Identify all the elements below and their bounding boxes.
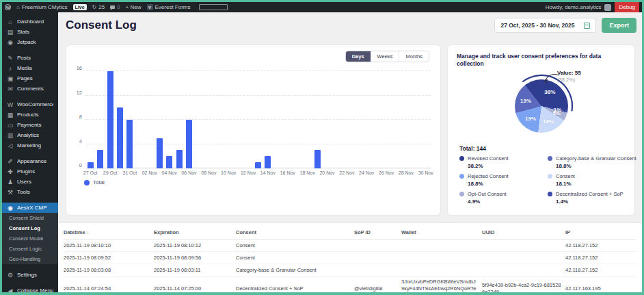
sidebar-item-consent-shield[interactable]: Consent Shield: [2, 213, 58, 223]
pie-legend: Revoked Consent38.2%Rejected Consent18.8…: [459, 155, 629, 209]
legend-entry-rejected-consent[interactable]: Rejected Consent18.8%: [459, 173, 548, 187]
sidebar-item-label: AesirX CMP: [17, 205, 47, 211]
toggle-months[interactable]: Months: [399, 51, 429, 62]
sidebar-item-appearance[interactable]: ✐Appearance: [2, 156, 58, 166]
column-header-sop-id[interactable]: SoP ID: [354, 227, 401, 238]
bar-04-nov[interactable]: [166, 156, 172, 168]
sidebar-item-label: Products: [17, 112, 39, 118]
y-axis-tick: 12: [77, 89, 82, 95]
toggle-weeks[interactable]: Weeks: [371, 51, 399, 62]
bar-28-oct[interactable]: [97, 150, 103, 168]
bar-14-nov[interactable]: [265, 156, 271, 168]
analytics-icon: ▥: [7, 132, 14, 139]
sidebar-item-label: Pages: [17, 75, 33, 81]
x-axis-tick: 27 Oct: [83, 170, 98, 175]
sidebar-item-woocommerce[interactable]: WWooCommerce: [2, 99, 58, 110]
sidebar-item-payments[interactable]: ▭Payments: [2, 120, 58, 130]
legend-entry-category-base-granular-consent[interactable]: Category-base & Granular Consent18.8%: [548, 155, 636, 169]
adminbar-search-input[interactable]: [199, 4, 228, 10]
howdy-label[interactable]: Howdy, demo.analytics: [546, 4, 602, 10]
sidebar-item-label: Media: [17, 65, 32, 71]
legend-entry-consent[interactable]: Consent18.1%: [548, 173, 636, 187]
column-header-expiration[interactable]: Expiration: [154, 227, 236, 238]
x-axis-tick: 06 Nov: [181, 170, 196, 175]
y-axis-tick: 8: [79, 114, 82, 120]
user-avatar[interactable]: [604, 4, 611, 11]
bar-13-nov[interactable]: [255, 162, 261, 168]
column-header-wallet[interactable]: Wallet: [401, 227, 482, 238]
pie-slice-label-category-base-granular-consent: 19%: [520, 98, 531, 104]
pie-card-title: Manage and track user consent preference…: [457, 53, 628, 67]
x-axis-tick: 02 Nov: [142, 170, 157, 175]
updates-link[interactable]: ↻ 25: [92, 4, 105, 10]
bar-05-nov[interactable]: [176, 150, 183, 168]
comments-link[interactable]: 0: [110, 4, 120, 10]
legend-entry-opt-out-consent[interactable]: Opt-Out Consent4.9%: [459, 191, 548, 205]
everest-forms-icon: V: [147, 4, 153, 10]
legend-dot: [459, 156, 464, 161]
legend-name: Consent: [556, 173, 575, 179]
sidebar-item-plugins[interactable]: ✚Plugins: [2, 166, 58, 177]
cell-datetime: 2025-11-14 07:24:54: [64, 283, 154, 294]
cell-ip: 42.117.163.195: [565, 283, 636, 294]
sidebar-item-products[interactable]: ▦Products: [2, 110, 58, 120]
main-content: Consent Log 27 Oct, 2025 - 30 Nov, 2025 …: [58, 12, 642, 292]
wordpress-logo-icon: W: [5, 4, 11, 10]
date-range-picker[interactable]: 27 Oct, 2025 - 30 Nov, 2025: [494, 18, 596, 33]
table-row: 2025-11-19 08:09:522025-11-19 08:09:56Co…: [64, 252, 636, 264]
x-axis-tick: 26 Nov: [379, 170, 394, 175]
sidebar-item-jetpack[interactable]: ◉Jetpack: [2, 37, 58, 47]
column-header-uuid[interactable]: UUID: [482, 227, 565, 238]
column-header-ip[interactable]: IP: [565, 227, 636, 238]
column-header-datetime[interactable]: Datetime↓: [64, 227, 154, 238]
sidebar-item-geo-handling[interactable]: Geo-Handling: [2, 254, 58, 264]
bar-29-oct[interactable]: [107, 71, 113, 168]
wordpress-menu[interactable]: W: [5, 4, 11, 10]
column-header-consent[interactable]: Consent: [236, 227, 354, 238]
bar-27-oct[interactable]: [88, 162, 94, 168]
sidebar-item-consent-modal[interactable]: Consent Modal: [2, 233, 58, 244]
export-button[interactable]: Export: [602, 18, 636, 33]
bar-30-oct[interactable]: [117, 107, 123, 168]
cell-consent: Decentralized Consent + SoP: [236, 283, 354, 294]
sidebar-item-comments[interactable]: ✉Comments: [2, 84, 58, 94]
comments-count: 0: [117, 4, 120, 10]
sidebar-item-analytics[interactable]: ▥Analytics: [2, 130, 58, 140]
sidebar-item-dashboard[interactable]: ⌂Dashboard: [2, 16, 58, 27]
sidebar-item-consent-log[interactable]: Consent Log: [2, 223, 58, 233]
sidebar-item-media[interactable]: ♪Media: [2, 63, 58, 73]
debug-button[interactable]: Debug: [615, 2, 639, 12]
sidebar-item-stats[interactable]: ▤Stats: [2, 27, 58, 37]
bar-03-nov[interactable]: [157, 138, 163, 168]
sidebar-item-label: Collapse Menu: [17, 287, 53, 294]
sidebar-item-aesirx-cmp[interactable]: ◉AesirX CMP: [2, 203, 58, 213]
everest-forms-link[interactable]: V Everest Forms: [147, 4, 191, 10]
bar-06-nov[interactable]: [186, 120, 192, 168]
sidebar-item-collapse-menu[interactable]: ◀Collapse Menu: [2, 285, 58, 295]
legend-entry-decentralized-consent-sop[interactable]: Decentralized Consent + SoP1.4%: [548, 191, 636, 205]
live-badge[interactable]: Live: [73, 4, 87, 10]
sidebar-item-label: Comments: [17, 86, 44, 92]
sidebar-item-pages[interactable]: ▣Pages: [2, 73, 58, 84]
site-name-link[interactable]: ⌂ Freemium CMytics: [16, 4, 68, 10]
y-axis-tick: 4: [79, 138, 82, 144]
cell-expiration: 2025-11-14 07:25:00: [154, 283, 236, 294]
sidebar-item-users[interactable]: ♟Users: [2, 177, 58, 187]
sidebar-item-tools[interactable]: ⚒Tools: [2, 187, 58, 197]
pie-legend-column: Category-base & Granular Consent18.8%Con…: [548, 155, 636, 209]
cell-expiration: 2025-11-19 08:10:12: [154, 240, 236, 251]
pie-slice-label-rejected-consent: 19%: [525, 116, 536, 122]
sidebar-item-consent-logic[interactable]: Consent Logic: [2, 244, 58, 254]
sidebar-item-settings[interactable]: ⚙Settings: [2, 270, 58, 280]
bar-19-nov[interactable]: [314, 150, 321, 168]
sidebar-item-marketing[interactable]: ◁Marketing: [2, 140, 58, 151]
legend-entry-revoked-consent[interactable]: Revoked Consent38.2%: [459, 155, 548, 169]
sidebar-item-label: Settings: [17, 272, 37, 278]
new-content-link[interactable]: + New: [126, 4, 142, 10]
consent-bar-chart-card: DaysWeeksMonths 048121627 Oct29 Oct31 Oc…: [66, 44, 441, 216]
sidebar-item-posts[interactable]: ✎Posts: [2, 53, 58, 63]
cell-wallet: [401, 244, 482, 248]
consent-pie-chart[interactable]: 38%1%5%18%19%19%: [515, 79, 568, 133]
toggle-days[interactable]: Days: [346, 51, 371, 62]
bar-31-oct[interactable]: [126, 120, 133, 168]
